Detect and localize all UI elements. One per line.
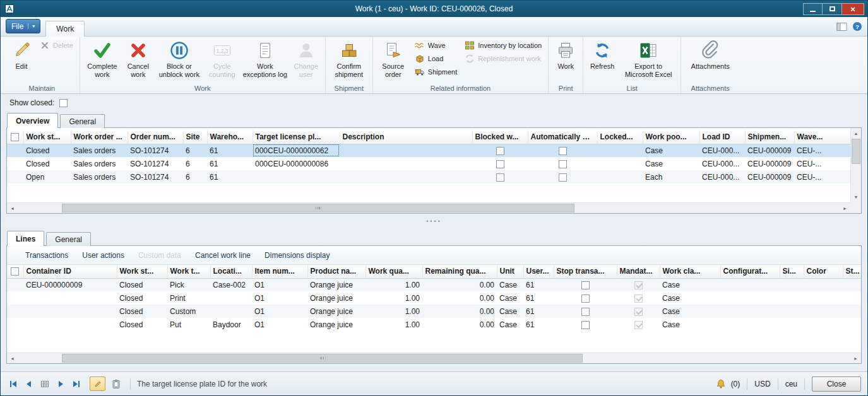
show-closed-checkbox[interactable] — [59, 99, 68, 107]
cell[interactable]: Baydoor — [210, 318, 252, 331]
cell[interactable]: 0.00 — [422, 278, 497, 291]
cell[interactable] — [528, 144, 597, 157]
cell[interactable]: CEU-000000009 — [23, 278, 117, 291]
cell[interactable]: 1.00 — [366, 305, 422, 318]
cell[interactable] — [340, 157, 472, 170]
column-header[interactable]: Target license pl... — [253, 131, 340, 144]
column-header[interactable]: Work st... — [117, 265, 167, 278]
cell[interactable] — [7, 318, 23, 331]
cell[interactable] — [554, 291, 617, 305]
cell[interactable] — [780, 278, 804, 291]
cell[interactable] — [804, 305, 843, 318]
layout-icon[interactable] — [836, 22, 847, 33]
cell[interactable]: Print — [167, 291, 210, 305]
cell-checkbox[interactable] — [496, 147, 504, 155]
close-button[interactable]: Close — [812, 376, 861, 392]
table-row[interactable]: ClosedPutBaydoorO1Orange juice1.000.00Ca… — [7, 318, 861, 331]
cell[interactable] — [7, 157, 23, 170]
inventory-by-location-button[interactable]: Inventory by location — [462, 40, 544, 51]
cell[interactable]: CEU-000009 — [745, 144, 794, 157]
column-header[interactable]: Load ID — [699, 131, 745, 144]
cell[interactable]: 61 — [523, 318, 554, 331]
cell[interactable]: Case — [643, 157, 699, 170]
next-record-button[interactable] — [54, 378, 67, 390]
column-header[interactable]: Work poo... — [643, 131, 699, 144]
cell[interactable] — [472, 170, 528, 183]
cell[interactable]: 6 — [183, 170, 207, 183]
cell[interactable]: 000CEU-0000000062 — [253, 144, 340, 157]
column-header[interactable]: Work cla... — [660, 265, 720, 278]
cell[interactable]: Each — [643, 170, 699, 183]
table-row[interactable]: CEU-000000009ClosedPickCase-002O1Orange … — [7, 278, 861, 291]
select-all-header[interactable] — [7, 265, 23, 278]
cell-checkbox[interactable] — [581, 294, 590, 303]
refresh-button[interactable]: Refresh — [586, 38, 619, 72]
cell[interactable] — [720, 278, 780, 291]
cell[interactable]: 61 — [207, 144, 253, 157]
first-record-button[interactable] — [7, 378, 20, 390]
table-row[interactable]: ClosedCustomO1Orange juice1.000.00Case61… — [7, 305, 861, 318]
column-header[interactable]: User... — [523, 265, 554, 278]
cell[interactable]: O1 — [252, 305, 307, 318]
cell[interactable] — [780, 291, 804, 305]
cell[interactable] — [340, 170, 472, 183]
cell[interactable]: O1 — [252, 318, 307, 331]
cell[interactable] — [7, 291, 23, 305]
v-scroll-thumb[interactable] — [852, 139, 860, 164]
table-row[interactable]: ClosedSales ordersSO-101274661000CEU-000… — [7, 157, 850, 170]
cell[interactable]: Sales orders — [71, 170, 128, 183]
cell[interactable]: Orange juice — [307, 291, 366, 305]
cell[interactable] — [7, 305, 23, 318]
cell[interactable]: 6 — [183, 144, 207, 157]
tab-lines[interactable]: Lines — [7, 231, 44, 246]
column-header[interactable]: Wareho... — [207, 131, 253, 144]
cell[interactable]: Case-002 — [210, 278, 252, 291]
h-scroll-track[interactable] — [18, 203, 840, 213]
column-header[interactable]: Automatically pr... — [528, 131, 597, 144]
cell[interactable]: Case — [660, 278, 720, 291]
cell[interactable]: SO-101274 — [128, 157, 183, 170]
cell[interactable] — [7, 278, 23, 291]
column-header[interactable]: Product na... — [307, 265, 366, 278]
edit-mode-toggle[interactable] — [90, 376, 105, 391]
column-header[interactable]: Locati... — [210, 265, 252, 278]
h-scroll-thumb[interactable] — [62, 354, 583, 363]
cell[interactable]: 0.00 — [422, 291, 497, 305]
cell[interactable]: Case — [497, 318, 523, 331]
cell[interactable]: CEU-... — [794, 144, 850, 157]
cell[interactable]: Case — [643, 144, 699, 157]
scroll-right-button[interactable]: ► — [850, 353, 861, 363]
cell[interactable] — [554, 305, 617, 318]
cell[interactable]: 61 — [207, 157, 253, 170]
select-all-checkbox[interactable] — [11, 267, 19, 276]
lines-horizontal-scrollbar[interactable]: ◄ ► — [7, 352, 861, 363]
cell[interactable] — [554, 318, 617, 331]
cell[interactable]: SO-101274 — [128, 144, 183, 157]
cancel-work-button[interactable]: Cancel work — [122, 38, 155, 79]
source-order-button[interactable]: Source order — [376, 38, 411, 79]
table-row[interactable]: ClosedPrintO1Orange juice1.000.00Case61C… — [7, 291, 861, 305]
cell[interactable]: 0.00 — [422, 305, 497, 318]
column-header[interactable]: Work t... — [167, 265, 210, 278]
cell[interactable]: Closed — [117, 291, 167, 305]
cell[interactable]: 6 — [183, 157, 207, 170]
cell-checkbox[interactable] — [559, 173, 567, 182]
load-button[interactable]: Load — [412, 53, 460, 64]
table-row[interactable]: OpenSales ordersSO-101274661EachCEU-000.… — [7, 170, 850, 183]
cell[interactable]: Put — [167, 318, 210, 331]
column-header[interactable]: Container ID — [23, 265, 117, 278]
column-header[interactable]: St... — [843, 265, 861, 278]
dimensions-display-button[interactable]: Dimensions display — [258, 248, 336, 262]
cell[interactable] — [720, 291, 780, 305]
maximize-button[interactable] — [823, 3, 842, 15]
cell-checkbox[interactable] — [581, 321, 590, 329]
cell[interactable]: CEU-000009 — [745, 170, 794, 183]
cell-checkbox[interactable] — [581, 308, 590, 316]
title-bar[interactable]: Work (1 - ceu) - Work ID: CEU-000026, Cl… — [1, 1, 867, 17]
cell[interactable]: 1.00 — [366, 318, 422, 331]
notification-count[interactable]: (0) — [731, 380, 740, 388]
cell-checkbox[interactable] — [581, 281, 590, 289]
cell[interactable]: Pick — [167, 278, 210, 291]
cell[interactable] — [597, 144, 643, 157]
scroll-left-button[interactable]: ◄ — [7, 203, 18, 213]
